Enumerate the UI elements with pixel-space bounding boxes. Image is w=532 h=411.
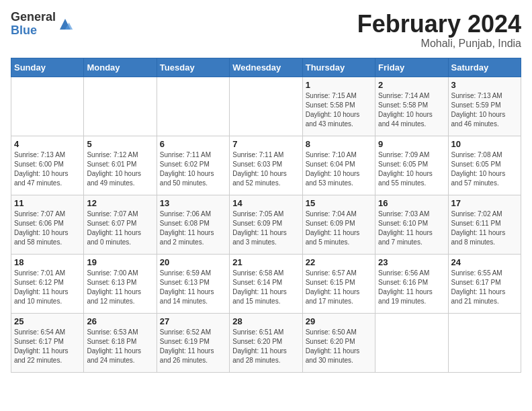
day-info: Sunrise: 7:01 AM Sunset: 6:12 PM Dayligh… [14,269,81,306]
column-header-thursday: Thursday [302,58,375,77]
day-number: 16 [378,198,445,208]
day-number: 15 [306,198,372,208]
day-number: 6 [160,139,226,149]
column-header-sunday: Sunday [11,58,84,77]
calendar-cell: 21Sunrise: 6:58 AM Sunset: 6:14 PM Dayli… [230,254,302,313]
day-number: 5 [87,139,153,149]
day-number: 26 [87,316,153,326]
calendar-cell: 10Sunrise: 7:08 AM Sunset: 6:05 PM Dayli… [448,136,521,195]
day-info: Sunrise: 6:58 AM Sunset: 6:14 PM Dayligh… [232,269,299,306]
calendar-cell [84,77,157,136]
calendar-week-row: 18Sunrise: 7:01 AM Sunset: 6:12 PM Dayli… [11,254,521,313]
calendar-cell [230,77,302,136]
day-number: 25 [14,316,81,326]
month-title: February 2024 [357,11,521,38]
day-info: Sunrise: 7:08 AM Sunset: 6:05 PM Dayligh… [451,150,518,188]
column-header-friday: Friday [375,58,448,77]
day-info: Sunrise: 7:15 AM Sunset: 5:58 PM Dayligh… [306,91,372,129]
day-number: 9 [378,139,445,149]
calendar-cell [11,77,84,136]
day-info: Sunrise: 7:06 AM Sunset: 6:08 PM Dayligh… [160,210,226,247]
location-title: Mohali, Punjab, India [357,38,521,50]
calendar-cell [448,313,521,372]
calendar-cell: 1Sunrise: 7:15 AM Sunset: 5:58 PM Daylig… [302,77,375,136]
calendar-cell: 16Sunrise: 7:03 AM Sunset: 6:10 PM Dayli… [375,195,448,254]
day-info: Sunrise: 7:07 AM Sunset: 6:06 PM Dayligh… [14,210,81,247]
day-info: Sunrise: 6:57 AM Sunset: 6:15 PM Dayligh… [306,269,372,306]
day-info: Sunrise: 7:13 AM Sunset: 6:00 PM Dayligh… [14,150,81,188]
calendar-cell: 2Sunrise: 7:14 AM Sunset: 5:58 PM Daylig… [375,77,448,136]
day-number: 17 [451,198,518,208]
calendar-cell: 27Sunrise: 6:52 AM Sunset: 6:19 PM Dayli… [157,313,229,372]
day-number: 1 [306,80,372,90]
day-number: 28 [232,316,299,326]
day-info: Sunrise: 7:02 AM Sunset: 6:11 PM Dayligh… [451,210,518,247]
column-header-saturday: Saturday [448,58,521,77]
title-section: February 2024 Mohali, Punjab, India [357,11,521,50]
day-info: Sunrise: 7:03 AM Sunset: 6:10 PM Dayligh… [378,210,445,247]
calendar-week-row: 1Sunrise: 7:15 AM Sunset: 5:58 PM Daylig… [11,77,521,136]
day-info: Sunrise: 6:54 AM Sunset: 6:17 PM Dayligh… [14,328,81,365]
day-info: Sunrise: 7:04 AM Sunset: 6:09 PM Dayligh… [306,210,372,247]
calendar-cell [157,77,229,136]
calendar-table: SundayMondayTuesdayWednesdayThursdayFrid… [11,58,521,373]
page-header: General Blue February 2024 Mohali, Punja… [11,11,521,50]
logo-blue-text: Blue [11,24,56,38]
day-info: Sunrise: 7:07 AM Sunset: 6:07 PM Dayligh… [87,210,153,247]
day-info: Sunrise: 7:10 AM Sunset: 6:04 PM Dayligh… [306,150,372,188]
day-number: 2 [378,80,445,90]
day-number: 10 [451,139,518,149]
day-info: Sunrise: 7:13 AM Sunset: 5:59 PM Dayligh… [451,91,518,129]
calendar-cell: 4Sunrise: 7:13 AM Sunset: 6:00 PM Daylig… [11,136,84,195]
day-number: 7 [232,139,299,149]
day-info: Sunrise: 7:11 AM Sunset: 6:03 PM Dayligh… [232,150,299,188]
calendar-cell: 17Sunrise: 7:02 AM Sunset: 6:11 PM Dayli… [448,195,521,254]
calendar-cell: 28Sunrise: 6:51 AM Sunset: 6:20 PM Dayli… [230,313,302,372]
calendar-week-row: 4Sunrise: 7:13 AM Sunset: 6:00 PM Daylig… [11,136,521,195]
day-number: 3 [451,80,518,90]
calendar-cell: 11Sunrise: 7:07 AM Sunset: 6:06 PM Dayli… [11,195,84,254]
day-number: 29 [306,316,372,326]
day-info: Sunrise: 7:14 AM Sunset: 5:58 PM Dayligh… [378,91,445,129]
calendar-week-row: 11Sunrise: 7:07 AM Sunset: 6:06 PM Dayli… [11,195,521,254]
calendar-week-row: 25Sunrise: 6:54 AM Sunset: 6:17 PM Dayli… [11,313,521,372]
day-number: 22 [306,257,372,267]
day-number: 19 [87,257,153,267]
calendar-cell: 5Sunrise: 7:12 AM Sunset: 6:01 PM Daylig… [84,136,157,195]
day-number: 8 [306,139,372,149]
calendar-cell: 3Sunrise: 7:13 AM Sunset: 5:59 PM Daylig… [448,77,521,136]
logo: General Blue [11,11,73,38]
day-number: 23 [378,257,445,267]
day-number: 21 [232,257,299,267]
calendar-cell: 20Sunrise: 6:59 AM Sunset: 6:13 PM Dayli… [157,254,229,313]
calendar-cell: 24Sunrise: 6:55 AM Sunset: 6:17 PM Dayli… [448,254,521,313]
calendar-cell: 15Sunrise: 7:04 AM Sunset: 6:09 PM Dayli… [302,195,375,254]
day-info: Sunrise: 7:11 AM Sunset: 6:02 PM Dayligh… [160,150,226,188]
calendar-cell: 19Sunrise: 7:00 AM Sunset: 6:13 PM Dayli… [84,254,157,313]
column-header-wednesday: Wednesday [230,58,302,77]
day-number: 13 [160,198,226,208]
logo-icon [57,16,73,32]
calendar-cell: 12Sunrise: 7:07 AM Sunset: 6:07 PM Dayli… [84,195,157,254]
calendar-header-row: SundayMondayTuesdayWednesdayThursdayFrid… [11,58,521,77]
calendar-cell: 14Sunrise: 7:05 AM Sunset: 6:09 PM Dayli… [230,195,302,254]
day-number: 14 [232,198,299,208]
column-header-monday: Monday [84,58,157,77]
calendar-cell: 26Sunrise: 6:53 AM Sunset: 6:18 PM Dayli… [84,313,157,372]
day-info: Sunrise: 7:12 AM Sunset: 6:01 PM Dayligh… [87,150,153,188]
day-number: 18 [14,257,81,267]
calendar-cell: 7Sunrise: 7:11 AM Sunset: 6:03 PM Daylig… [230,136,302,195]
calendar-cell: 22Sunrise: 6:57 AM Sunset: 6:15 PM Dayli… [302,254,375,313]
logo-general-text: General [11,11,56,24]
day-info: Sunrise: 6:51 AM Sunset: 6:20 PM Dayligh… [232,328,299,365]
day-number: 12 [87,198,153,208]
calendar-cell: 18Sunrise: 7:01 AM Sunset: 6:12 PM Dayli… [11,254,84,313]
day-info: Sunrise: 7:09 AM Sunset: 6:05 PM Dayligh… [378,150,445,188]
calendar-cell: 23Sunrise: 6:56 AM Sunset: 6:16 PM Dayli… [375,254,448,313]
day-info: Sunrise: 6:53 AM Sunset: 6:18 PM Dayligh… [87,328,153,365]
day-info: Sunrise: 7:00 AM Sunset: 6:13 PM Dayligh… [87,269,153,306]
column-header-tuesday: Tuesday [157,58,229,77]
calendar-cell: 9Sunrise: 7:09 AM Sunset: 6:05 PM Daylig… [375,136,448,195]
calendar-cell: 29Sunrise: 6:50 AM Sunset: 6:20 PM Dayli… [302,313,375,372]
day-info: Sunrise: 6:59 AM Sunset: 6:13 PM Dayligh… [160,269,226,306]
